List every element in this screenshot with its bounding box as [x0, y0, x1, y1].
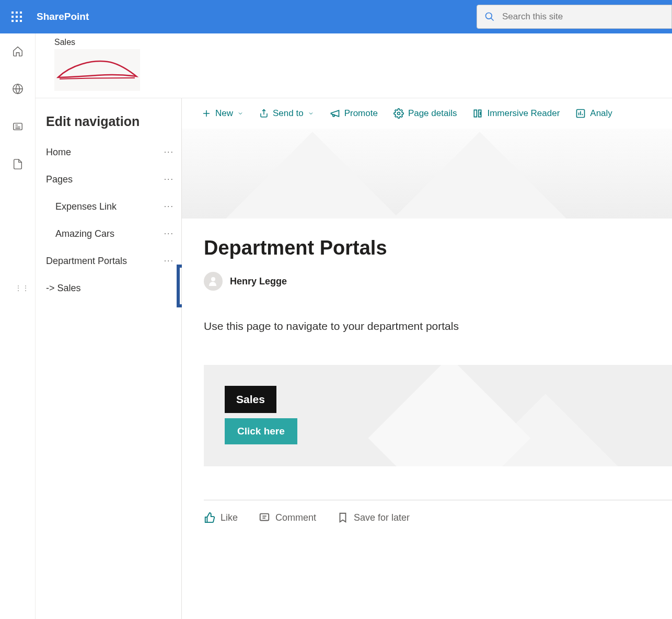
- nav-item-label: Department Portals: [46, 256, 127, 267]
- send-to-label: Send to: [273, 108, 304, 119]
- page-details-button[interactable]: Page details: [393, 108, 457, 119]
- more-icon[interactable]: ···: [164, 147, 174, 157]
- svg-rect-7: [16, 20, 18, 22]
- avatar[interactable]: [204, 272, 223, 291]
- nav-item-amazing-cars[interactable]: Amazing Cars ···: [36, 220, 181, 247]
- chart-icon: [575, 108, 586, 119]
- nav-item-expenses-link[interactable]: Expenses Link ···: [36, 193, 181, 220]
- page-banner: [182, 129, 672, 219]
- reactions-bar: Like Comment Save for later: [204, 512, 672, 523]
- save-button[interactable]: Save for later: [337, 512, 410, 523]
- comment-icon: [259, 512, 270, 523]
- page-title: Department Portals: [204, 237, 672, 259]
- svg-rect-26: [260, 514, 269, 521]
- site-header: Sales: [36, 33, 672, 98]
- more-icon[interactable]: ···: [164, 175, 174, 184]
- app-launcher-icon[interactable]: [6, 6, 27, 27]
- page-description: Use this page to navigate to your depart…: [204, 320, 672, 333]
- svg-rect-2: [20, 12, 22, 14]
- svg-rect-4: [16, 16, 18, 18]
- more-icon[interactable]: ···: [164, 229, 174, 238]
- svg-rect-0: [11, 12, 14, 14]
- gear-icon: [393, 108, 404, 119]
- comment-button[interactable]: Comment: [259, 512, 316, 523]
- edit-navigation-panel: Edit navigation Home ··· Pages ··· Expen…: [36, 98, 182, 619]
- news-icon[interactable]: [7, 116, 28, 137]
- like-button[interactable]: Like: [204, 512, 238, 523]
- save-label: Save for later: [354, 512, 410, 523]
- file-icon[interactable]: [7, 154, 28, 175]
- promote-label: Promote: [344, 108, 378, 119]
- analytics-label: Analy: [590, 108, 612, 119]
- person-icon: [207, 275, 219, 288]
- immersive-label: Immersive Reader: [487, 108, 560, 119]
- like-icon: [204, 512, 215, 523]
- article: Department Portals Henry Legge Use this …: [182, 218, 672, 523]
- svg-rect-6: [11, 20, 14, 22]
- svg-rect-3: [11, 16, 14, 18]
- bookmark-icon: [337, 512, 349, 523]
- drag-handle-icon[interactable]: ⋮⋮: [15, 284, 29, 292]
- globe-icon[interactable]: [7, 78, 28, 99]
- site-name-label: Sales: [54, 38, 672, 47]
- nav-item-label: Amazing Cars: [55, 228, 114, 239]
- search-input[interactable]: [502, 12, 664, 22]
- svg-point-25: [211, 277, 215, 281]
- more-icon[interactable]: ···: [164, 202, 174, 211]
- click-here-button[interactable]: Click here: [225, 418, 297, 444]
- nav-item-label: Expenses Link: [55, 201, 117, 212]
- analytics-button[interactable]: Analy: [575, 108, 612, 119]
- comment-label: Comment: [275, 512, 316, 523]
- promote-button[interactable]: Promote: [330, 108, 378, 119]
- nav-item-label: Home: [46, 147, 71, 158]
- body: Sales Edit navigation Home ··· Pages ··: [0, 33, 672, 619]
- site-logo[interactable]: [54, 49, 140, 91]
- nav-item-label: -> Sales: [46, 283, 81, 294]
- svg-point-9: [486, 13, 492, 19]
- content-area: Sales Edit navigation Home ··· Pages ··: [36, 33, 672, 619]
- command-bar: New Send to Promote Page details: [182, 98, 672, 129]
- svg-rect-8: [20, 20, 22, 22]
- divider: [204, 500, 672, 500]
- search-box[interactable]: [477, 5, 672, 29]
- page-details-label: Page details: [408, 108, 457, 119]
- car-logo-icon: [55, 55, 139, 87]
- more-icon[interactable]: ···: [164, 256, 174, 266]
- suite-header: SharePoint: [0, 0, 672, 33]
- svg-rect-5: [20, 16, 22, 18]
- svg-rect-12: [13, 123, 22, 130]
- svg-rect-1: [16, 12, 18, 14]
- share-icon: [259, 109, 269, 118]
- hero-card-title: Sales: [225, 386, 276, 413]
- edit-navigation-title: Edit navigation: [36, 114, 181, 139]
- home-icon[interactable]: [7, 41, 28, 62]
- chevron-down-icon: [308, 110, 314, 117]
- app-name-label[interactable]: SharePoint: [37, 11, 89, 22]
- new-button[interactable]: New: [202, 108, 244, 119]
- hero-card: Sales Click here: [204, 365, 672, 466]
- like-label: Like: [221, 512, 238, 523]
- app-rail: [0, 33, 36, 619]
- new-label: New: [215, 108, 233, 119]
- search-icon: [484, 12, 495, 22]
- nav-item-sales[interactable]: ⋮⋮ -> Sales: [36, 274, 181, 302]
- main-row: Edit navigation Home ··· Pages ··· Expen…: [36, 98, 672, 619]
- book-audio-icon: [472, 108, 483, 119]
- nav-item-label: Pages: [46, 174, 73, 185]
- chevron-down-icon: [237, 110, 244, 117]
- megaphone-icon: [330, 108, 340, 119]
- svg-point-20: [397, 112, 400, 115]
- send-to-button[interactable]: Send to: [259, 108, 314, 119]
- page-area: New Send to Promote Page details: [182, 98, 672, 619]
- nav-item-pages[interactable]: Pages ···: [36, 166, 181, 193]
- nav-item-department-portals[interactable]: Department Portals ···: [36, 247, 181, 274]
- svg-line-10: [491, 18, 494, 21]
- immersive-reader-button[interactable]: Immersive Reader: [472, 108, 560, 119]
- author-name[interactable]: Henry Legge: [230, 276, 287, 287]
- author-row: Henry Legge: [204, 272, 672, 291]
- nav-item-home[interactable]: Home ···: [36, 139, 181, 166]
- plus-icon: [202, 109, 211, 118]
